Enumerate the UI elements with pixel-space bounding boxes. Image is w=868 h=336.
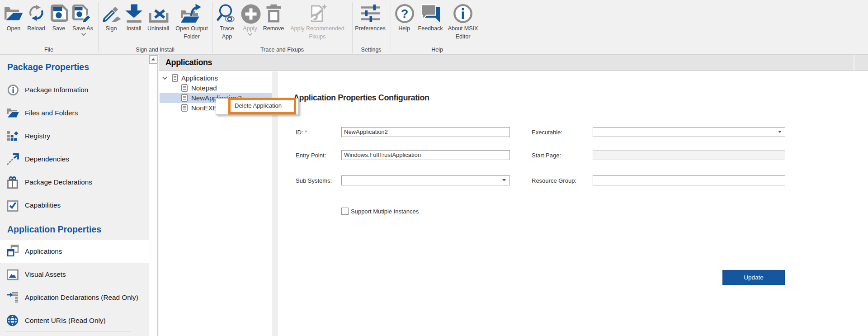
svg-text:?: ? [401,7,409,21]
